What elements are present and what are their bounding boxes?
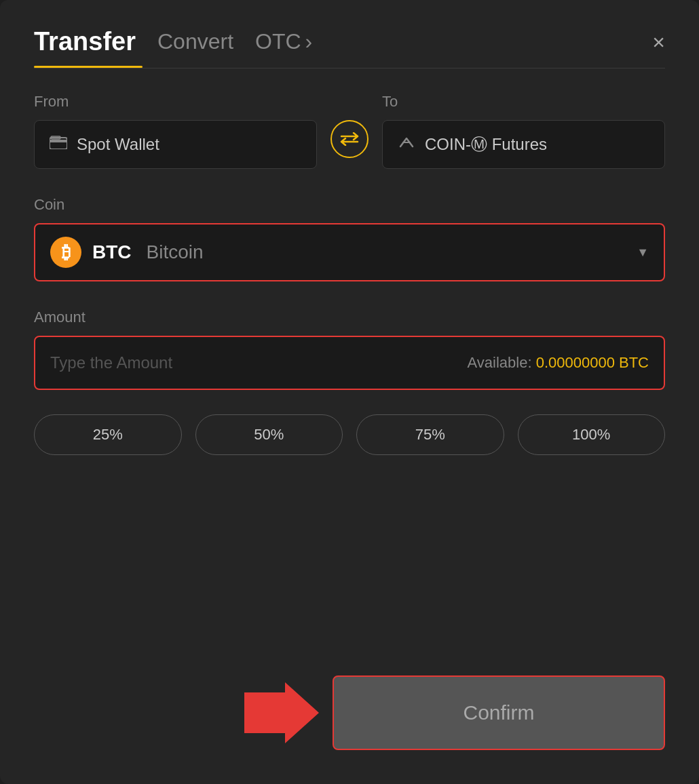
- from-label: From: [34, 93, 317, 111]
- confirm-button[interactable]: Confirm: [333, 675, 665, 750]
- amount-input-box[interactable]: Type the Amount Available: 0.00000000 BT…: [34, 336, 665, 390]
- coin-section: Coin ₿ BTC Bitcoin ▼: [34, 196, 665, 281]
- from-to-section: From Spot Wallet: [34, 93, 665, 169]
- from-wallet-name: Spot Wallet: [77, 135, 159, 154]
- to-label: To: [382, 93, 665, 111]
- coin-selector[interactable]: ₿ BTC Bitcoin ▼: [34, 223, 665, 281]
- to-wallet-selector[interactable]: COIN-Ⓜ Futures: [382, 120, 665, 169]
- coin-full-name: Bitcoin: [147, 241, 204, 263]
- amount-section: Amount Type the Amount Available: 0.0000…: [34, 309, 665, 390]
- tab-convert[interactable]: Convert: [157, 29, 233, 54]
- available-amount: 0.00000000 BTC: [536, 354, 649, 371]
- percent-50-button[interactable]: 50%: [195, 414, 343, 455]
- from-group: From Spot Wallet: [34, 93, 317, 169]
- wallet-icon: [50, 136, 67, 153]
- arrow-indicator: [244, 682, 319, 743]
- percent-25-button[interactable]: 25%: [34, 414, 182, 455]
- amount-placeholder: Type the Amount: [50, 353, 172, 372]
- modal-header: Transfer Convert OTC › ×: [34, 27, 665, 56]
- close-button[interactable]: ×: [652, 31, 665, 53]
- from-wallet-selector[interactable]: Spot Wallet: [34, 120, 317, 169]
- percent-row: 25% 50% 75% 100%: [34, 414, 665, 455]
- available-text: Available: 0.00000000 BTC: [468, 354, 649, 372]
- percent-75-button[interactable]: 75%: [356, 414, 504, 455]
- confirm-area: Confirm: [34, 675, 665, 750]
- futures-icon: [398, 134, 415, 155]
- percent-100-button[interactable]: 100%: [518, 414, 666, 455]
- tab-otc[interactable]: OTC ›: [255, 29, 312, 54]
- swap-button-wrapper: [330, 101, 369, 161]
- swap-button[interactable]: [330, 120, 369, 158]
- coin-label: Coin: [34, 196, 665, 214]
- header-divider: [34, 68, 665, 68]
- chevron-right-icon: ›: [305, 29, 313, 54]
- amount-label: Amount: [34, 309, 665, 326]
- transfer-modal: Transfer Convert OTC › × From Spot Walle…: [0, 0, 699, 784]
- to-group: To COIN-Ⓜ Futures: [382, 93, 665, 169]
- to-wallet-name: COIN-Ⓜ Futures: [425, 134, 547, 155]
- btc-icon: ₿: [50, 237, 81, 268]
- tab-transfer[interactable]: Transfer: [34, 27, 136, 56]
- coin-symbol: BTC: [92, 241, 132, 263]
- chevron-down-icon: ▼: [637, 246, 649, 260]
- svg-marker-3: [244, 682, 319, 743]
- svg-rect-1: [50, 140, 67, 142]
